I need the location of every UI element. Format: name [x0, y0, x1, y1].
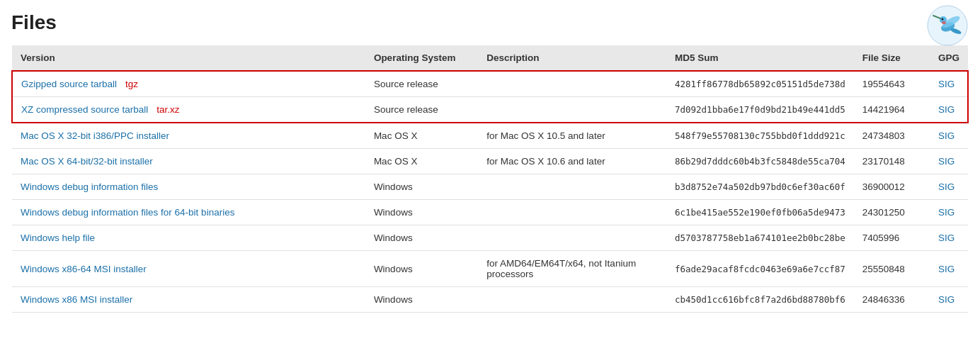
table-row: Windows x86 MSI installerWindowscb450d1c… [12, 287, 968, 313]
gpg-sig-link[interactable]: SIG [938, 294, 955, 305]
description-cell [478, 200, 666, 225]
col-os: Operating System [365, 45, 478, 71]
gpg-sig-link[interactable]: SIG [938, 79, 955, 89]
gpg-sig-link[interactable]: SIG [938, 207, 955, 218]
description-cell [478, 71, 666, 97]
ext-link[interactable]: tgz [125, 79, 138, 89]
os-cell: Windows [365, 200, 478, 225]
version-link[interactable]: Gzipped source tarball [21, 79, 117, 89]
table-row: Windows debug information files for 64-b… [12, 200, 968, 225]
table-row: XZ compressed source tarballtar.xzSource… [12, 97, 968, 123]
gpg-sig-link[interactable]: SIG [938, 104, 955, 115]
version-link[interactable]: XZ compressed source tarball [21, 104, 148, 115]
md5-cell: f6ade29acaf8fcdc0463e69a6e7ccf87 [666, 251, 854, 287]
filesize-cell: 14421964 [854, 97, 930, 123]
filesize-cell: 24734803 [854, 123, 930, 149]
filesize-cell: 19554643 [854, 71, 930, 97]
table-row: Windows help fileWindowsd5703787758eb1a6… [12, 225, 968, 251]
version-link[interactable]: Windows debug information files [21, 181, 158, 192]
col-gpg: GPG [930, 45, 968, 71]
os-cell: Source release [365, 97, 478, 123]
page-title: Files [11, 11, 969, 34]
table-header-row: Version Operating System Description MD5… [12, 45, 968, 71]
md5-cell: d5703787758eb1a674101ee2b0bc28be [666, 225, 854, 251]
table-row: Mac OS X 32-bit i386/PPC installerMac OS… [12, 123, 968, 149]
description-cell [478, 287, 666, 313]
table-row: Gzipped source tarballtgzSource release4… [12, 71, 968, 97]
md5-cell: b3d8752e74a502db97bd0c6ef30ac60f [666, 174, 854, 200]
os-cell: Mac OS X [365, 123, 478, 149]
col-filesize: File Size [854, 45, 930, 71]
svg-point-7 [942, 21, 946, 24]
version-link[interactable]: Windows x86 MSI installer [21, 294, 132, 305]
md5-cell: 86b29d7dddc60b4b3fc5848de55ca704 [666, 149, 854, 174]
files-table: Version Operating System Description MD5… [11, 45, 969, 313]
md5-cell: cb450d1cc616bfc8f7a2d6bd88780bf6 [666, 287, 854, 313]
version-link[interactable]: Windows help file [21, 233, 95, 243]
os-cell: Source release [365, 71, 478, 97]
table-row: Windows x86-64 MSI installerWindowsfor A… [12, 251, 968, 287]
md5-cell: 7d092d1bba6e17f0d9bd21b49e441dd5 [666, 97, 854, 123]
version-link[interactable]: Windows x86-64 MSI installer [21, 264, 147, 274]
col-description: Description [478, 45, 666, 71]
description-cell [478, 97, 666, 123]
gpg-sig-link[interactable]: SIG [938, 233, 955, 243]
version-link[interactable]: Mac OS X 32-bit i386/PPC installer [21, 130, 169, 141]
md5-cell: 4281ff86778db65892c05151d5de738d [666, 71, 854, 97]
col-version: Version [12, 45, 365, 71]
filesize-cell: 36900012 [854, 174, 930, 200]
description-cell [478, 174, 666, 200]
gpg-sig-link[interactable]: SIG [938, 130, 955, 141]
os-cell: Windows [365, 251, 478, 287]
os-cell: Mac OS X [365, 149, 478, 174]
os-cell: Windows [365, 287, 478, 313]
md5-cell: 6c1be415ae552e190ef0fb06a5de9473 [666, 200, 854, 225]
svg-point-6 [942, 18, 944, 21]
description-cell [478, 225, 666, 251]
description-cell: for Mac OS X 10.5 and later [478, 123, 666, 149]
md5-cell: 548f79e55708130c755bbd0f1ddd921c [666, 123, 854, 149]
version-link[interactable]: Windows debug information files for 64-b… [21, 207, 234, 218]
gpg-sig-link[interactable]: SIG [938, 264, 955, 274]
filesize-cell: 24846336 [854, 287, 930, 313]
gpg-sig-link[interactable]: SIG [938, 156, 955, 167]
description-cell: for AMD64/EM64T/x64, not Itanium process… [478, 251, 666, 287]
gpg-sig-link[interactable]: SIG [938, 181, 955, 192]
filesize-cell: 25550848 [854, 251, 930, 287]
os-cell: Windows [365, 225, 478, 251]
table-row: Windows debug information filesWindowsb3… [12, 174, 968, 200]
version-link[interactable]: Mac OS X 64-bit/32-bit installer [21, 156, 153, 167]
logo-icon [926, 4, 969, 47]
os-cell: Windows [365, 174, 478, 200]
filesize-cell: 23170148 [854, 149, 930, 174]
description-cell: for Mac OS X 10.6 and later [478, 149, 666, 174]
filesize-cell: 7405996 [854, 225, 930, 251]
table-row: Mac OS X 64-bit/32-bit installerMac OS X… [12, 149, 968, 174]
col-md5: MD5 Sum [666, 45, 854, 71]
filesize-cell: 24301250 [854, 200, 930, 225]
ext-link[interactable]: tar.xz [156, 104, 179, 115]
